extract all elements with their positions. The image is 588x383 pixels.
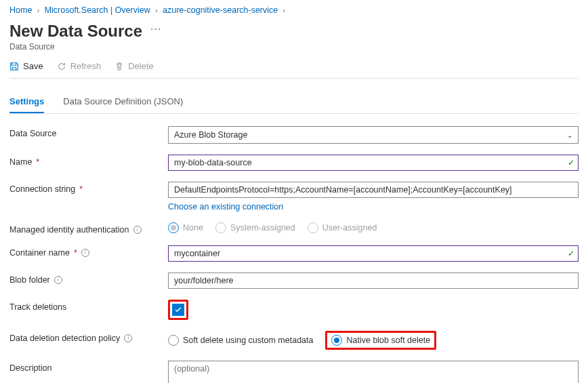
save-button[interactable]: Save bbox=[9, 61, 43, 71]
page-title: New Data Source bbox=[9, 22, 142, 41]
label-deletion-policy: Data deletion detection policy i bbox=[9, 331, 168, 343]
label-connection-string: Connection string* bbox=[9, 182, 168, 194]
breadcrumb-service[interactable]: azure-cognitive-search-service bbox=[163, 5, 278, 15]
chevron-right-icon: › bbox=[155, 7, 157, 14]
refresh-label: Refresh bbox=[70, 61, 102, 71]
data-source-select[interactable]: Azure Blob Storage ⌄ bbox=[168, 126, 579, 144]
info-icon[interactable]: i bbox=[81, 249, 89, 257]
save-icon bbox=[9, 62, 19, 71]
label-managed-identity: Managed identity authentication i bbox=[9, 222, 168, 235]
description-textarea[interactable] bbox=[168, 361, 579, 383]
tab-settings[interactable]: Settings bbox=[9, 92, 44, 113]
label-track-deletions: Track deletions bbox=[9, 300, 168, 312]
form: Data Source Azure Blob Storage ⌄ Name* ✓… bbox=[9, 126, 579, 383]
info-icon[interactable]: i bbox=[54, 276, 62, 284]
refresh-button: Refresh bbox=[57, 61, 102, 71]
radio-soft-delete-custom[interactable]: Soft delete using custom metadata bbox=[168, 335, 313, 346]
command-bar: Save Refresh Delete bbox=[9, 61, 579, 79]
info-icon[interactable]: i bbox=[133, 226, 142, 234]
radio-system-assigned: System-assigned bbox=[215, 222, 295, 233]
more-actions-button[interactable]: ··· bbox=[150, 23, 161, 35]
track-deletions-checkbox[interactable] bbox=[172, 304, 184, 316]
breadcrumb-search-overview[interactable]: Microsoft.Search | Overview bbox=[45, 5, 150, 15]
connection-string-input[interactable] bbox=[168, 182, 579, 198]
info-icon[interactable]: i bbox=[124, 334, 132, 342]
label-blob-folder: Blob folder i bbox=[9, 273, 168, 285]
chevron-right-icon: › bbox=[37, 7, 39, 14]
tabs: Settings Data Source Definition (JSON) bbox=[9, 92, 579, 114]
choose-existing-connection-link[interactable]: Choose an existing connection bbox=[168, 202, 283, 211]
save-label: Save bbox=[23, 61, 43, 71]
name-input[interactable] bbox=[168, 155, 579, 171]
breadcrumb-home[interactable]: Home bbox=[9, 5, 32, 15]
radio-native-soft-delete[interactable]: Native blob soft delete bbox=[331, 335, 430, 346]
data-source-value: Azure Blob Storage bbox=[174, 130, 247, 140]
page-subtitle: Data Source bbox=[9, 42, 579, 52]
chevron-down-icon: ⌄ bbox=[567, 132, 572, 139]
breadcrumb: Home › Microsoft.Search | Overview › azu… bbox=[9, 0, 579, 18]
radio-none: None bbox=[168, 222, 203, 233]
refresh-icon bbox=[57, 62, 66, 71]
blob-folder-input[interactable] bbox=[168, 273, 579, 289]
label-container-name: Container name* i bbox=[9, 245, 168, 258]
chevron-right-icon: › bbox=[283, 7, 285, 14]
label-name: Name* bbox=[9, 155, 168, 167]
managed-identity-radiogroup: None System-assigned User-assigned bbox=[168, 222, 579, 233]
delete-button: Delete bbox=[114, 61, 154, 71]
tab-json-definition[interactable]: Data Source Definition (JSON) bbox=[63, 92, 183, 113]
highlight-track-deletions bbox=[168, 300, 188, 320]
container-name-input[interactable] bbox=[168, 245, 579, 262]
label-data-source: Data Source bbox=[9, 126, 168, 138]
delete-label: Delete bbox=[128, 61, 154, 71]
highlight-native-soft-delete: Native blob soft delete bbox=[325, 331, 436, 350]
radio-user-assigned: User-assigned bbox=[308, 222, 377, 233]
delete-icon bbox=[114, 62, 124, 71]
check-icon bbox=[174, 306, 182, 314]
deletion-policy-radiogroup: Soft delete using custom metadata Native… bbox=[168, 331, 579, 350]
label-description: Description bbox=[9, 361, 168, 373]
